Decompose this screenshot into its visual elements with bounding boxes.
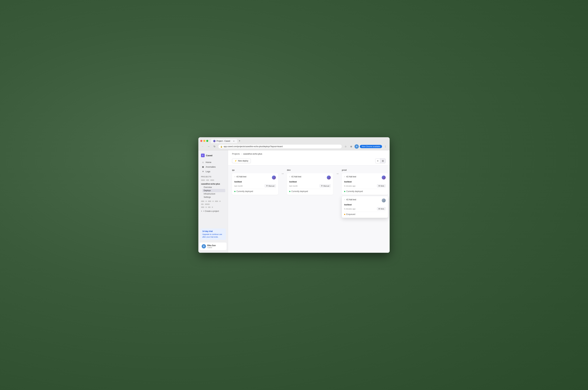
card-avatar-dev-1: [327, 176, 331, 180]
browser-tab[interactable]: Project - Cased ✕: [211, 139, 237, 143]
grid-view-button[interactable]: ⊞: [380, 158, 385, 163]
column-arrow-dev-prod: ⇒: [336, 169, 338, 175]
blurred-d3: [208, 206, 210, 208]
list-view-button[interactable]: ≡: [376, 158, 380, 163]
new-deploy-button[interactable]: ⚡ New deploy: [232, 158, 251, 163]
deploy-card-prod-2[interactable]: ⑂ #2 Add test ivo/test 5 minutes ago ⊞: [342, 196, 388, 218]
app-content: C Cased ⌂ Home ◉ Anomalies ≡ Logs Projec…: [198, 150, 390, 253]
browser-menu-button[interactable]: ⋮: [383, 144, 388, 149]
create-project-button[interactable]: + + Create a project: [198, 209, 228, 213]
other-project-row-3: [201, 203, 225, 205]
card-title-dev-1: #2 Add test: [291, 176, 301, 178]
card-title-row-prod-2: ⑂ #2 Add test: [344, 198, 356, 201]
trial-title: 14 day trial: [202, 230, 224, 233]
card-title-row-dev-1: ⑂ #2 Add test: [289, 176, 301, 178]
tab-favicon: [213, 140, 215, 142]
chrome-update-button[interactable]: New Chrome available: [360, 145, 382, 148]
extensions-button[interactable]: ⊕: [349, 144, 354, 149]
column-title-dev: dev: [287, 169, 291, 171]
card-status-qa-1: Currently deployed: [234, 189, 276, 193]
card-badge-label-prod-1: Web: [380, 185, 384, 187]
sub-item-infrastructure[interactable]: Infrastructure: [202, 192, 225, 195]
deploy-card-prod-1[interactable]: ⑂ #2 Add test ivo/test 6 minutes ago ⊞: [342, 173, 388, 195]
sub-item-settings[interactable]: Settings: [202, 195, 225, 199]
new-tab-button[interactable]: +: [237, 139, 242, 143]
back-button[interactable]: ←: [200, 144, 205, 149]
create-project-icon: +: [201, 210, 202, 212]
sidebar: C Cased ⌂ Home ◉ Anomalies ≡ Logs Projec…: [198, 150, 228, 253]
create-project-label: + Create a project: [203, 210, 219, 212]
deploy-branch-icon-prod-1: ⑂: [344, 176, 345, 178]
card-badge-qa-1: ⚙ Manual: [265, 184, 276, 187]
traffic-light-close[interactable]: [200, 140, 202, 142]
sub-item-deploys[interactable]: Deploys: [202, 189, 225, 192]
sidebar-item-home[interactable]: ⌂ Home: [199, 160, 227, 164]
toolbar-actions: ☆ ⊕ R New Chrome available ⋮: [343, 144, 388, 149]
card-header-qa-1: ⑂ #2 Add test: [234, 176, 276, 180]
anomalies-icon: ◉: [202, 165, 204, 168]
card-badge-icon-prod-2: ⊞: [378, 208, 380, 210]
column-header-prod: prod: [342, 169, 388, 171]
sidebar-org[interactable]: C Cased: [198, 152, 228, 158]
status-dot-dev-1: [289, 191, 290, 192]
column-arrow-qa-dev: ⇒: [282, 169, 284, 175]
user-avatar-button[interactable]: R: [355, 144, 359, 149]
blurred-b3: [208, 201, 211, 202]
bookmark-button[interactable]: ☆: [343, 144, 348, 149]
card-footer-dev-1: last month ⚙ Manual: [289, 184, 331, 187]
blurred-d4: [212, 206, 213, 208]
card-header-prod-2: ⑂ #2 Add test: [344, 198, 386, 202]
other-project-row-4: [201, 206, 225, 208]
column-header-dev: dev: [287, 169, 333, 171]
card-title-row-qa-1: ⑂ #2 Add test: [234, 176, 246, 178]
board-columns: qa ⑂ #2 Add test ivo/test: [232, 169, 386, 219]
deploy-card-qa-1[interactable]: ⑂ #2 Add test ivo/test last month ⚙: [232, 173, 278, 195]
tab-title: Project - Cased: [216, 140, 232, 142]
breadcrumb-separator: ›: [241, 153, 242, 155]
org-avatar: C: [201, 154, 205, 157]
card-avatar-qa-1: [272, 176, 276, 180]
deploy-card-dev-1[interactable]: ⑂ #2 Add test ivo/test last month ⚙: [287, 173, 333, 195]
forward-button[interactable]: →: [206, 144, 211, 149]
traffic-light-maximize[interactable]: [206, 140, 208, 142]
card-badge-label-prod-2: Web: [380, 208, 384, 210]
board-content: qa ⑂ #2 Add test ivo/test: [228, 165, 390, 253]
new-deploy-label: New deploy: [238, 160, 248, 162]
blurred-dot-1: [201, 180, 205, 181]
user-footer-avatar: R: [202, 244, 206, 248]
status-text-dev-1: Currently deployed: [291, 190, 308, 193]
current-project-name[interactable]: cased/ivo-echo-plus: [201, 182, 225, 186]
new-deploy-icon: ⚡: [234, 160, 237, 162]
deploy-branch-icon-qa-1: ⑂: [234, 176, 235, 178]
trial-description: Upgrade to continue use after your trial…: [202, 233, 224, 238]
card-footer-qa-1: last month ⚙ Manual: [234, 184, 276, 187]
user-footer[interactable]: R Rika Sun Cased: [200, 243, 227, 250]
view-toggle: ≡ ⊞: [375, 158, 386, 163]
blurred-dot-2: [206, 180, 209, 181]
card-footer-prod-2: 5 minutes ago ⊞ Web: [344, 207, 386, 210]
sidebar-item-anomalies[interactable]: ◉ Anomalies: [199, 164, 227, 169]
card-branch-prod-1: ivo/test: [344, 181, 386, 183]
refresh-button[interactable]: ↻: [212, 144, 217, 149]
sub-item-overview[interactable]: Overview: [202, 186, 225, 189]
board-column-prod: prod ⑂ #2 Add test ivo/test: [342, 169, 388, 219]
breadcrumb-projects-link[interactable]: Projects: [232, 153, 240, 155]
org-name: Cased: [206, 154, 212, 157]
blurred-dot-3: [210, 180, 214, 181]
card-time-dev-1: last month: [289, 185, 298, 187]
lock-icon: 🔒: [220, 146, 223, 148]
tab-close-button[interactable]: ✕: [233, 140, 235, 142]
trial-box[interactable]: 14 day trial Upgrade to continue use aft…: [200, 229, 226, 240]
sidebar-item-logs-label: Logs: [206, 170, 210, 173]
traffic-light-minimize[interactable]: [203, 140, 205, 142]
card-badge-icon-dev-1: ⚙: [321, 185, 323, 187]
card-badge-icon-qa-1: ⚙: [266, 185, 268, 187]
blurred-b5: [215, 201, 218, 202]
card-title-prod-2: #2 Add test: [346, 198, 356, 201]
status-dot-prod-2: [344, 214, 345, 215]
status-text-prod-1: Currently deployed: [346, 190, 363, 193]
blurred-d1: [201, 206, 204, 208]
address-bar[interactable]: 🔒 app.cased.com/projects/cased/ivo-echo-…: [218, 144, 342, 149]
sidebar-item-logs[interactable]: ≡ Logs: [199, 169, 227, 174]
deploy-branch-icon-prod-2: ⑂: [344, 199, 345, 201]
